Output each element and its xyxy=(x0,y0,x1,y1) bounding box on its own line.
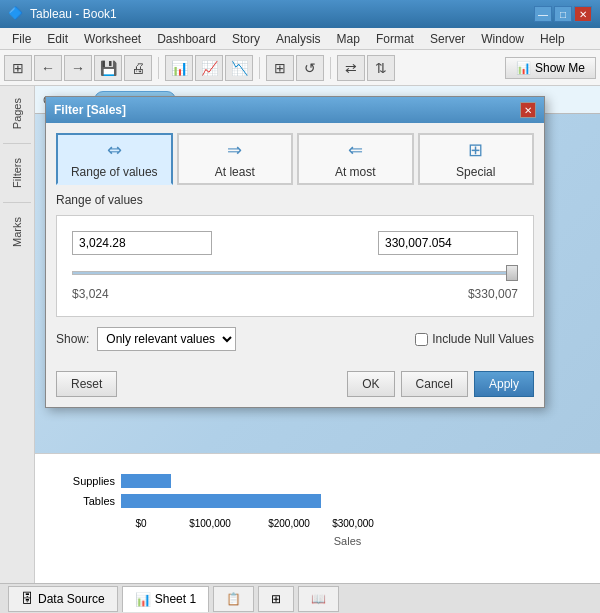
sheet1-label: Sheet 1 xyxy=(155,592,196,606)
slider-min-label: $3,024 xyxy=(72,287,109,301)
chart-bar-tables xyxy=(121,494,321,508)
sidebar-pages-label: Pages xyxy=(9,94,25,133)
dialog-close-button[interactable]: ✕ xyxy=(520,102,536,118)
toolbar-chart-group: 📊 📈 📉 xyxy=(165,55,253,81)
menu-edit[interactable]: Edit xyxy=(39,30,76,48)
show-me-chart-icon: 📊 xyxy=(516,61,531,75)
menu-analysis[interactable]: Analysis xyxy=(268,30,329,48)
menu-story[interactable]: Story xyxy=(224,30,268,48)
menu-dashboard[interactable]: Dashboard xyxy=(149,30,224,48)
slider-labels: $3,024 $330,007 xyxy=(72,287,518,301)
at-least-icon: ⇒ xyxy=(227,139,242,161)
chart-x-axis: $0 $100,000 $200,000 $300,000 xyxy=(121,518,580,529)
tab-range-of-values-label: Range of values xyxy=(71,165,158,179)
content-area: Columns SUM(Sales) Filter [Sales] ✕ ⇔ Ra… xyxy=(35,86,600,583)
show-select[interactable]: Only relevant values All values xyxy=(97,327,236,351)
toolbar-refresh-icon[interactable]: ↺ xyxy=(296,55,324,81)
chart-label-tables: Tables xyxy=(55,495,115,507)
ok-button[interactable]: OK xyxy=(347,371,394,397)
new-story-icon: 📖 xyxy=(311,592,326,606)
show-me-button[interactable]: 📊 Show Me xyxy=(505,57,596,79)
toolbar-chart1-icon[interactable]: 📊 xyxy=(165,55,193,81)
slider-handle-max[interactable] xyxy=(506,265,518,281)
close-button[interactable]: ✕ xyxy=(574,6,592,22)
title-bar-controls: — □ ✕ xyxy=(534,6,592,22)
tab-at-most-label: At most xyxy=(335,165,376,179)
menu-window[interactable]: Window xyxy=(473,30,532,48)
toolbar-save-icon[interactable]: 💾 xyxy=(94,55,122,81)
menu-format[interactable]: Format xyxy=(368,30,422,48)
show-row: Show: Only relevant values All values In… xyxy=(56,327,534,351)
menu-map[interactable]: Map xyxy=(329,30,368,48)
status-bar: 🗄 Data Source 📊 Sheet 1 📋 ⊞ 📖 xyxy=(0,583,600,613)
show-me-label: Show Me xyxy=(535,61,585,75)
range-min-input[interactable] xyxy=(72,231,212,255)
title-bar: 🔷 Tableau - Book1 — □ ✕ xyxy=(0,0,600,28)
range-max-input[interactable] xyxy=(378,231,518,255)
filter-tab-row: ⇔ Range of values ⇒ At least ⇐ At most xyxy=(56,133,534,185)
sheet1-tab[interactable]: 📊 Sheet 1 xyxy=(122,586,209,612)
dialog-title-bar: Filter [Sales] ✕ xyxy=(46,97,544,123)
dialog-body: ⇔ Range of values ⇒ At least ⇐ At most xyxy=(46,123,544,371)
dialog-title-text: Filter [Sales] xyxy=(54,103,520,117)
toolbar-print-icon[interactable]: 🖨 xyxy=(124,55,152,81)
new-story-button[interactable]: 📖 xyxy=(298,586,339,612)
menu-help[interactable]: Help xyxy=(532,30,573,48)
toolbar-nav-group: ⊞ ← → 💾 🖨 xyxy=(4,55,152,81)
slider-fill xyxy=(73,272,507,274)
toolbar-grid-icon[interactable]: ⊞ xyxy=(4,55,32,81)
chart-row-tables: Tables xyxy=(55,494,580,508)
chart-x-100k: $100,000 xyxy=(185,518,235,529)
data-source-tab[interactable]: 🗄 Data Source xyxy=(8,586,118,612)
tab-at-least[interactable]: ⇒ At least xyxy=(177,133,294,185)
chart-row-supplies: Supplies xyxy=(55,474,580,488)
toolbar-action-group: ⊞ ↺ xyxy=(266,55,324,81)
special-icon: ⊞ xyxy=(468,139,483,161)
toolbar-sort-icon[interactable]: ⇅ xyxy=(367,55,395,81)
toolbar-chart2-icon[interactable]: 📈 xyxy=(195,55,223,81)
new-dashboard-icon: ⊞ xyxy=(271,592,281,606)
menu-server[interactable]: Server xyxy=(422,30,473,48)
new-sheet-icon: 📋 xyxy=(226,592,241,606)
toolbar-sep2 xyxy=(259,57,260,79)
menu-file[interactable]: File xyxy=(4,30,39,48)
chart-bar-supplies xyxy=(121,474,171,488)
toolbar-chart3-icon[interactable]: 📉 xyxy=(225,55,253,81)
tab-special[interactable]: ⊞ Special xyxy=(418,133,535,185)
tab-at-least-label: At least xyxy=(215,165,255,179)
toolbar-back-icon[interactable]: ← xyxy=(34,55,62,81)
new-dashboard-button[interactable]: ⊞ xyxy=(258,586,294,612)
chart-area: Supplies Tables $0 $100,000 $200,000 $30… xyxy=(35,453,600,583)
menu-worksheet[interactable]: Worksheet xyxy=(76,30,149,48)
title-bar-text: Tableau - Book1 xyxy=(30,7,534,21)
slider-max-label: $330,007 xyxy=(468,287,518,301)
tab-at-most[interactable]: ⇐ At most xyxy=(297,133,414,185)
app-icon: 🔷 xyxy=(8,6,24,22)
data-source-label: Data Source xyxy=(38,592,105,606)
null-values-checkbox[interactable] xyxy=(415,333,428,346)
range-slider[interactable] xyxy=(72,263,518,283)
sidebar-marks-label: Marks xyxy=(9,213,25,251)
data-source-icon: 🗄 xyxy=(21,591,34,606)
toolbar-sep3 xyxy=(330,57,331,79)
toolbar-swap-icon[interactable]: ⇄ xyxy=(337,55,365,81)
toolbar-filter-icon[interactable]: ⊞ xyxy=(266,55,294,81)
chart-x-200k: $200,000 xyxy=(259,518,319,529)
dialog-footer: Reset OK Cancel Apply xyxy=(46,371,544,407)
minimize-button[interactable]: — xyxy=(534,6,552,22)
chart-x-0: $0 xyxy=(121,518,161,529)
maximize-button[interactable]: □ xyxy=(554,6,572,22)
sidebar-filters-label: Filters xyxy=(9,154,25,192)
chart-x-300k: $300,000 xyxy=(323,518,383,529)
range-of-values-icon: ⇔ xyxy=(107,139,122,161)
main-area: Pages Filters Marks Columns SUM(Sales) F… xyxy=(0,86,600,583)
tab-special-label: Special xyxy=(456,165,495,179)
toolbar-forward-icon[interactable]: → xyxy=(64,55,92,81)
reset-button[interactable]: Reset xyxy=(56,371,117,397)
at-most-icon: ⇐ xyxy=(348,139,363,161)
apply-button[interactable]: Apply xyxy=(474,371,534,397)
left-sidebar: Pages Filters Marks xyxy=(0,86,35,583)
new-sheet-button[interactable]: 📋 xyxy=(213,586,254,612)
cancel-button[interactable]: Cancel xyxy=(401,371,468,397)
tab-range-of-values[interactable]: ⇔ Range of values xyxy=(56,133,173,185)
